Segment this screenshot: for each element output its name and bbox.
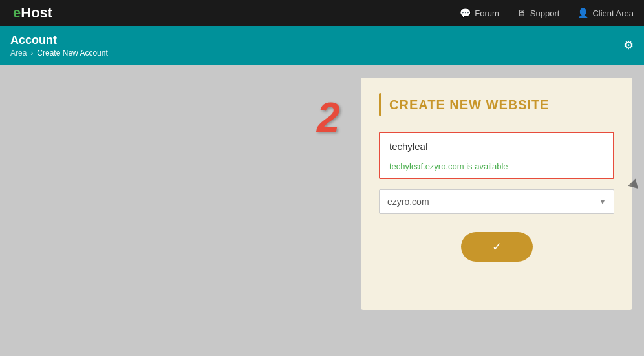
create-website-card: CREATE NEW WEBSITE techyleaf.ezyro.com i… [361,78,632,310]
support-icon: 🖥 [517,8,526,18]
forum-link[interactable]: 💬 Forum [460,8,499,18]
domain-select-wrapper: ezyro.com ▼ [379,189,614,214]
site-logo: eHost [13,5,52,21]
breadcrumb-separator: › [30,48,33,58]
client-area-label: Client Area [592,8,634,18]
checkmark-icon: ✓ [492,240,502,254]
logo-prefix: e [13,5,21,21]
breadcrumb-parent: Area [10,48,27,58]
settings-icon[interactable]: ⚙ [623,38,634,52]
domain-select[interactable]: ezyro.com [379,189,614,214]
availability-status: techyleaf.ezyro.com is available [389,162,604,171]
card-title-bar: CREATE NEW WEBSITE [379,93,614,116]
breadcrumb-current: Create New Account [37,48,107,58]
submit-button-wrapper: ✓ [379,232,614,262]
forum-label: Forum [475,8,499,18]
forum-icon: 💬 [460,8,471,18]
main-content: 2 CREATE NEW WEBSITE techyleaf.ezyro.com… [0,65,644,356]
breadcrumb: Area › Create New Account [10,48,108,58]
website-name-input-box: techyleaf.ezyro.com is available [379,132,614,179]
logo-suffix: Host [21,5,52,21]
support-link[interactable]: 🖥 Support [517,8,560,18]
top-navigation: eHost 💬 Forum 🖥 Support 👤 Client Area [0,0,644,26]
page-title: Account [10,34,108,47]
website-name-input[interactable] [389,141,604,156]
header-bar: Account Area › Create New Account ⚙ [0,26,644,65]
support-label: Support [530,8,560,18]
client-area-icon: 👤 [577,8,588,18]
submit-button[interactable]: ✓ [461,232,533,262]
header-left: Account Area › Create New Account [10,34,108,58]
step-number: 2 [317,97,340,138]
client-area-link[interactable]: 👤 Client Area [577,8,634,18]
title-accent [379,93,381,116]
nav-links: 💬 Forum 🖥 Support 👤 Client Area [460,8,634,18]
card-title: CREATE NEW WEBSITE [389,98,550,112]
